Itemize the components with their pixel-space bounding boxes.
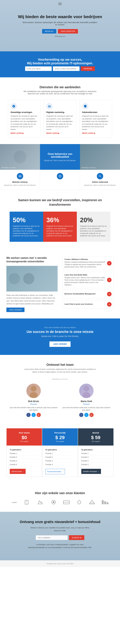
price-header-2: Persoonlijk $ 29 Per maand — [42, 428, 78, 446]
price-btn-3[interactable]: Jaarlijks doorgaan → — [81, 469, 101, 474]
price-label-2: Persoonlijk — [45, 432, 74, 434]
svg-point-14 — [53, 501, 54, 503]
clients-logos: CLIENT — [6, 499, 114, 506]
webinar-icon-4[interactable] — [107, 302, 112, 306]
hero-section: Wij bieden de beste waarde voor bedrijve… — [0, 0, 120, 51]
stat-desc-2: Ongeacht de omvang en aard van uw projec… — [46, 225, 74, 237]
stat-desc-1: Ongeacht de omvang en aard van uw projec… — [13, 225, 40, 237]
price-users-2: 51 gebruikers — [45, 448, 74, 452]
price-f1-3: Functie 1 — [81, 452, 110, 455]
cta-section: Voorbereiding op uw succes, Wij bieden e… — [0, 51, 120, 77]
service-title-3: Adviesdiensten — [82, 111, 110, 114]
svg-rect-21 — [107, 502, 109, 504]
mission-btn[interactable]: LEES VERDER — [49, 342, 71, 347]
price-users-1: 71 gebruikers — [10, 448, 39, 452]
image-cell-3: Afbeelding van Pexels — [80, 144, 120, 170]
service-link-1[interactable]: MEER LEZEN ▶ — [10, 132, 38, 134]
googleplus-icon-2[interactable]: g+ — [90, 413, 94, 417]
svg-rect-19 — [102, 500, 104, 504]
feature-title-3: Online onderzoek — [82, 181, 118, 183]
image-grid: Afbeelding van Pexels Onze belservice va… — [0, 144, 120, 170]
facebook-icon-2[interactable]: f — [79, 413, 83, 417]
cta-form: INDIENEN — [9, 66, 111, 71]
webinar-title-4: Learn How to grow your business — [64, 303, 106, 305]
team-name-2: Maria Smit — [62, 400, 111, 402]
newsletter-input[interactable] — [36, 535, 68, 540]
team-role-2: Persoon — [62, 403, 111, 405]
services-grid: Geweldige ervaringen Ongeacht de omvang … — [8, 100, 112, 138]
service-link-2[interactable]: MEER LEZEN ▶ — [46, 132, 74, 134]
webinar-4: Learn How to grow your business — [62, 300, 114, 309]
partners-description: Etiam erat velit scelerisque in dictum n… — [6, 294, 58, 305]
service-link-3[interactable]: MEER LEZEN ▶ — [82, 132, 110, 134]
svg-point-4 — [9, 273, 20, 284]
transform-section: Samen kunnen we uw bedrijf voorstellen, … — [0, 190, 120, 250]
stat-2: 36% Ongeacht de omvang en aard van uw pr… — [43, 212, 77, 242]
blue-cell-title: Onze belservice van wereldkwaliteit — [43, 152, 77, 158]
price-f3-3: Functie 3 — [81, 459, 110, 463]
twitter-icon-1[interactable]: t — [31, 413, 36, 417]
footer: Template door | Die is onze Top Seller — [0, 560, 120, 567]
hamburger-menu[interactable] — [58, 2, 62, 6]
team-members: Bob Bruin Persoon Quis ante litora lobor… — [9, 384, 111, 417]
service-desc-3: Ongeacht de omvang en aard van uw projec… — [82, 115, 110, 130]
webinar-icon-1[interactable] — [107, 261, 112, 266]
services-button[interactable]: ONZE DIENSTEN — [58, 29, 78, 34]
feature-title-1: Website ontwerp — [2, 181, 37, 183]
price-f4-3: Functie 4 — [81, 463, 110, 466]
team-name-1: Bob Bruin — [9, 400, 58, 402]
price-btn-1[interactable]: Upload gratis → — [10, 469, 26, 474]
price-f2-1: Functie 2 — [10, 455, 39, 459]
price-amount-1: $0 — [10, 435, 39, 440]
webinar-desc-1: Interdum volutpat id pellentesque lacini… — [64, 261, 106, 268]
webinar-icon-3[interactable] — [107, 292, 112, 296]
twitter-icon-2[interactable]: t — [84, 413, 89, 417]
hero-caption: Afbeelding van — [55, 36, 65, 37]
partners-section: We werken samen met 's werelds toonaange… — [0, 250, 120, 318]
submit-button[interactable]: INDIENEN — [81, 66, 95, 71]
partners-btn[interactable]: LEES VERDER — [6, 308, 24, 312]
price-card-2: Persoonlijk $ 29 Per maand 51 gebruikers… — [42, 428, 78, 477]
price-header-3: Bedrijf $ 59 Per maand — [78, 428, 114, 446]
client-logo-1: CLIENT — [10, 499, 20, 506]
blue-cell-sub: Sample text. Click to select the Text El… — [44, 160, 76, 162]
team-member-2: Maria Smit Persoon Quis ante litora lobo… — [62, 384, 111, 417]
price-btn-2[interactable]: Proceed Annually → — [45, 469, 65, 474]
price-f1-1: Functie 1 — [10, 452, 39, 455]
blue-cell: Onze belservice van wereldkwaliteit Samp… — [40, 144, 80, 170]
email-input[interactable] — [53, 66, 80, 71]
partners-right: Create a Webinar in Minutes Interdum vol… — [62, 256, 114, 312]
service-title-1: Geweldige ervaringen — [10, 111, 38, 114]
price-label-1: Voor teams — [10, 432, 39, 434]
partners-image — [6, 266, 58, 292]
name-input[interactable] — [25, 66, 52, 71]
pricing-grid: Voor teams $0 Per maand 71 gebruikers Fu… — [6, 428, 114, 477]
hero-title: Wij bieden de beste waarde voor bedrijve… — [18, 14, 102, 20]
newsletter-btn[interactable]: SCHRIJF IN — [69, 535, 85, 540]
social-icons-2: f t g+ — [62, 413, 111, 417]
social-icons-1: f t g+ — [9, 413, 58, 417]
facebook-icon-1[interactable]: f — [26, 413, 30, 417]
webinar-icon-2[interactable] — [107, 278, 112, 282]
svg-rect-20 — [104, 501, 106, 504]
svg-point-1 — [14, 150, 26, 163]
feature-desc-3: Sample text. Click to select the Text El… — [82, 184, 118, 186]
hero-subtitle: Betrouwbare, bewezen oplossingen die vol… — [22, 21, 98, 26]
begin-button[interactable]: BEGIN NU — [42, 29, 56, 34]
service-card-2: Digitale marketing Ongeacht de omvang en… — [44, 100, 76, 138]
mission-heading: Uw succes in de branche is onze missie — [13, 330, 107, 334]
feature-3: Online onderzoek Sample text. Click to s… — [80, 170, 120, 190]
price-body-1: 71 gebruikers Functie 1 Functie 2 Functi… — [6, 446, 42, 476]
price-amount-2: $ 29 — [45, 435, 74, 440]
team-avatar-1 — [26, 384, 41, 398]
feature-icon-3 — [97, 173, 103, 179]
client-logo-7 — [87, 499, 97, 506]
webinar-title-2: Learn How And Build Skills — [64, 274, 106, 276]
price-f1-2: Functie 1 — [45, 452, 74, 455]
newsletter-heading: Ontvang onze gratis nieuwsbrief + bonusi… — [16, 520, 104, 524]
client-logo-5 — [62, 499, 71, 506]
service-card-1: Geweldige ervaringen Ongeacht de omvang … — [8, 100, 40, 138]
price-period-1: Per maand — [10, 440, 39, 442]
svg-rect-2 — [80, 144, 120, 170]
googleplus-icon-1[interactable]: g+ — [37, 413, 41, 417]
